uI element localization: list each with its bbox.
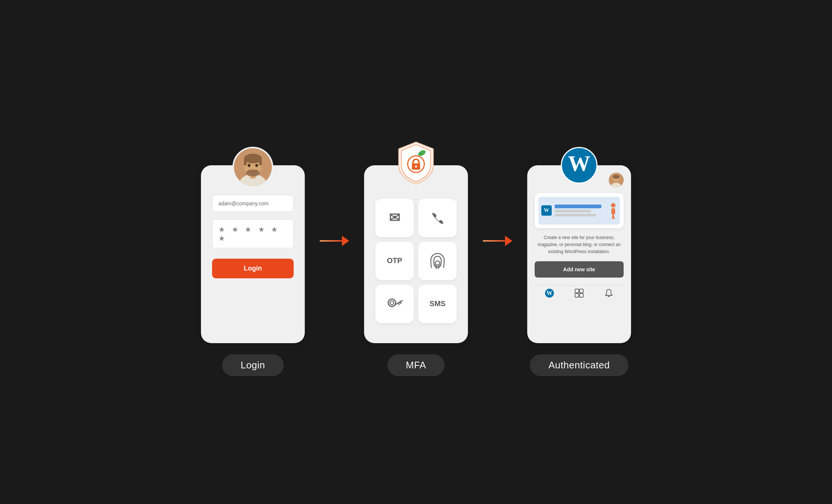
mfa-card: ✉ OTP (364, 165, 468, 343)
email-icon: ✉ (389, 210, 400, 226)
mfa-methods-grid: ✉ OTP (375, 199, 457, 323)
svg-point-9 (255, 164, 258, 167)
authenticated-label: Authenticated (530, 354, 628, 376)
shield-badge (392, 139, 440, 188)
svg-point-16 (390, 301, 394, 305)
otp-label: OTP (387, 256, 402, 265)
svg-rect-36 (580, 294, 583, 297)
fingerprint-icon (429, 252, 446, 270)
svg-point-8 (248, 164, 250, 167)
authenticated-step: W W (527, 128, 631, 376)
svg-point-7 (246, 169, 260, 176)
svg-rect-35 (575, 294, 579, 297)
svg-text:W: W (568, 151, 590, 176)
arrow-head-1 (342, 236, 349, 246)
login-label: Login (222, 354, 284, 376)
mfa-email[interactable]: ✉ (375, 199, 414, 237)
mfa-key[interactable] (375, 285, 414, 323)
mfa-sms[interactable]: SMS (418, 285, 457, 323)
dashboard-nav-icon[interactable] (574, 288, 584, 299)
svg-point-27 (611, 203, 615, 208)
bottom-nav: W (535, 285, 624, 302)
auth-description: Create a new site for your business, mag… (535, 233, 624, 257)
password-field[interactable]: ★ ★ ★ ★ ★ ★ (212, 219, 294, 248)
site-preview: W (535, 193, 624, 228)
small-user-avatar (609, 173, 624, 188)
key-icon (385, 295, 404, 313)
arrow-line-2 (483, 240, 505, 242)
svg-point-26 (613, 175, 620, 179)
mfa-step: ✉ OTP (364, 128, 468, 376)
svg-point-15 (388, 299, 396, 306)
login-step: adam@company.com ★ ★ ★ ★ ★ ★ Login Login (201, 128, 305, 376)
email-field[interactable]: adam@company.com (212, 195, 294, 212)
svg-rect-34 (580, 289, 583, 293)
mfa-phone[interactable] (418, 199, 457, 237)
sms-label: SMS (429, 299, 445, 308)
arrow-1 (320, 236, 349, 246)
svg-rect-28 (611, 208, 615, 214)
login-button[interactable]: Login (212, 259, 294, 278)
wordpress-logo-top: W (559, 145, 600, 186)
notification-nav-icon[interactable] (604, 288, 614, 299)
svg-rect-33 (575, 289, 579, 293)
add-new-site-button[interactable]: Add new site (535, 261, 624, 278)
svg-rect-6 (259, 158, 262, 165)
phone-icon (430, 210, 445, 226)
user-avatar (232, 147, 273, 188)
svg-rect-5 (244, 158, 247, 165)
login-card: adam@company.com ★ ★ ★ ★ ★ ★ Login (201, 165, 305, 343)
preview-browser: W (538, 197, 620, 225)
svg-point-13 (415, 165, 417, 168)
svg-line-30 (613, 214, 614, 219)
arrow-2 (483, 236, 512, 246)
svg-text:W: W (547, 290, 552, 296)
auth-card: W W (527, 165, 631, 343)
mfa-label: MFA (387, 354, 445, 376)
wp-nav-icon[interactable]: W (545, 288, 554, 299)
mfa-fingerprint[interactable] (418, 242, 457, 280)
arrow-line-1 (320, 240, 342, 242)
mfa-otp[interactable]: OTP (375, 242, 414, 280)
arrow-head-2 (505, 236, 512, 246)
flow-container: adam@company.com ★ ★ ★ ★ ★ ★ Login Login (194, 128, 638, 376)
